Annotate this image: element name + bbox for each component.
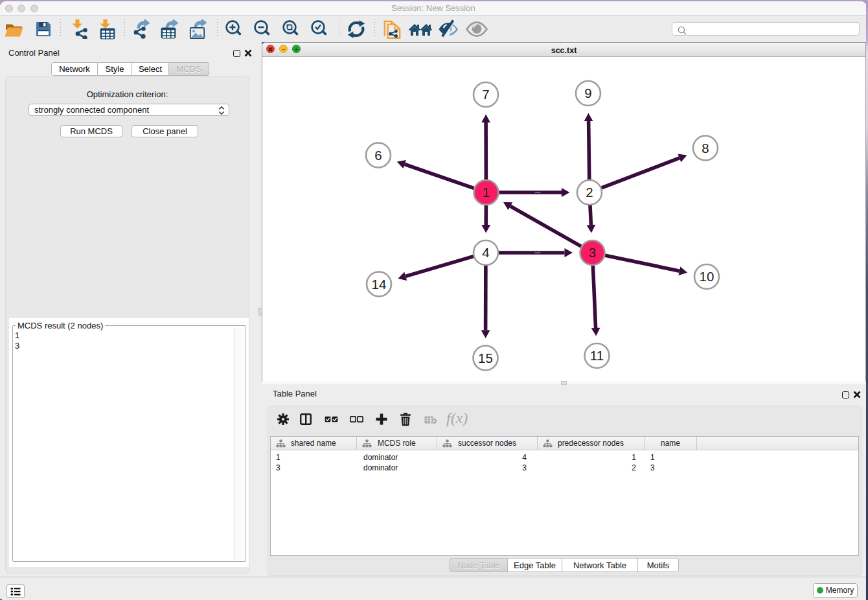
- svg-text:10: 10: [700, 269, 714, 284]
- svg-text:9: 9: [584, 86, 591, 100]
- svg-text:2: 2: [586, 185, 593, 200]
- svg-text:11: 11: [590, 348, 604, 363]
- svg-text:3: 3: [589, 245, 596, 260]
- svg-text:7: 7: [482, 87, 489, 102]
- svg-text:1: 1: [483, 185, 490, 200]
- svg-text:4: 4: [482, 245, 489, 260]
- svg-text:14: 14: [372, 277, 387, 292]
- svg-text:15: 15: [478, 351, 493, 365]
- svg-text:6: 6: [374, 148, 382, 163]
- svg-text:8: 8: [702, 141, 709, 156]
